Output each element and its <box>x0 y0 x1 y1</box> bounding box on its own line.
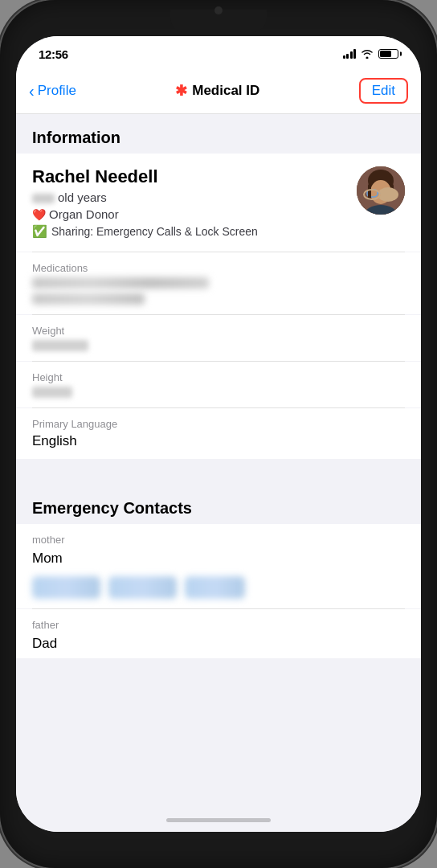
contact-mother-name: Mom <box>16 547 421 573</box>
back-button[interactable]: ‹ Profile <box>29 83 76 99</box>
avatar <box>357 166 405 215</box>
person-age: old years <box>32 190 357 204</box>
avatar-image <box>357 166 405 215</box>
height-label: Height <box>32 371 405 383</box>
primary-language-label: Primary Language <box>32 418 405 430</box>
heart-icon: ❤️ <box>32 208 46 221</box>
medications-field: Medications <box>16 252 421 314</box>
phone-shell: 12:56 ‹ <box>0 0 437 868</box>
svg-rect-3 <box>367 190 378 197</box>
contact-father-relationship: father <box>16 609 421 633</box>
emergency-contacts-section: Emergency Contacts mother Mom father Dad <box>16 488 421 658</box>
age-blurred <box>32 194 55 203</box>
phone-blurred-1 <box>32 576 100 599</box>
back-label[interactable]: Profile <box>38 83 76 99</box>
contact-mother-phone <box>16 573 421 608</box>
section-divider <box>16 459 421 488</box>
person-info-card: Rachel Needell old years ❤️ Organ Donor … <box>16 154 421 252</box>
chevron-left-icon: ‹ <box>29 83 35 99</box>
svg-point-2 <box>370 180 391 204</box>
phone-camera <box>214 6 223 14</box>
contact-mother-section: mother Mom <box>16 524 421 608</box>
main-content: Information Rachel Needell old years ❤️ … <box>16 114 421 832</box>
battery-icon <box>378 49 398 59</box>
phone-blurred-3 <box>185 576 245 599</box>
contact-mother-relationship: mother <box>16 524 421 547</box>
svg-rect-7 <box>368 184 371 200</box>
primary-language-field: Primary Language English <box>16 408 421 459</box>
phone-screen: 12:56 ‹ <box>16 36 421 832</box>
person-info-text: Rachel Needell old years ❤️ Organ Donor … <box>32 166 357 239</box>
avatar-svg <box>357 166 405 215</box>
organ-donor-row: ❤️ Organ Donor <box>32 207 357 221</box>
wifi-icon <box>361 49 374 59</box>
sharing-label: Sharing: Emergency Calls & Lock Screen <box>51 225 258 238</box>
medications-blurred-2 <box>32 293 145 305</box>
phone-blurred-2 <box>108 576 177 599</box>
svg-rect-8 <box>390 184 394 200</box>
nav-bar: ‹ Profile ✱ Medical ID Edit <box>16 72 421 114</box>
check-circle-icon: ✅ <box>32 224 47 239</box>
signal-icon <box>343 49 357 59</box>
page-title: ✱ Medical ID <box>175 82 259 100</box>
person-name: Rachel Needell <box>32 166 357 187</box>
contact-father-name: Dad <box>16 633 421 658</box>
information-section-header: Information <box>16 114 421 154</box>
status-bar: 12:56 <box>16 36 421 72</box>
primary-language-value: English <box>32 433 405 449</box>
emergency-contacts-header: Emergency Contacts <box>16 488 421 524</box>
height-field: Height <box>16 362 421 407</box>
edit-button[interactable]: Edit <box>359 78 408 104</box>
medical-star-icon: ✱ <box>175 82 187 100</box>
home-indicator <box>166 818 271 822</box>
weight-label: Weight <box>32 325 405 337</box>
medications-blurred-1 <box>32 277 209 289</box>
status-time: 12:56 <box>39 47 68 61</box>
height-value-blurred <box>32 387 72 398</box>
nav-title-text: Medical ID <box>192 83 259 99</box>
weight-value-blurred <box>32 340 88 351</box>
status-icons <box>343 49 399 59</box>
organ-donor-label: Organ Donor <box>49 207 119 221</box>
weight-field: Weight <box>16 315 421 361</box>
sharing-row: ✅ Sharing: Emergency Calls & Lock Screen <box>32 224 357 239</box>
medications-label: Medications <box>32 262 405 274</box>
contact-father-section: father Dad <box>16 609 421 658</box>
